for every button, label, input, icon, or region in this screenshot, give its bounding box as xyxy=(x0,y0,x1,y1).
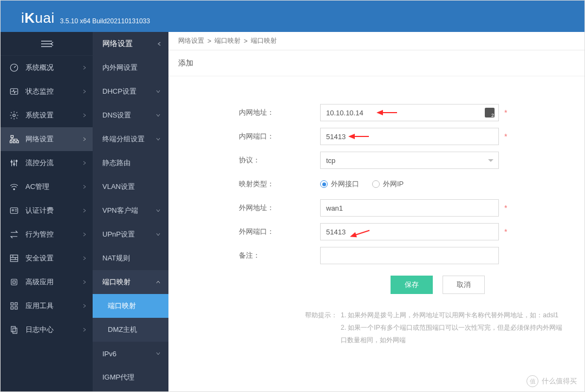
firewall-icon xyxy=(9,253,19,263)
svg-rect-38 xyxy=(11,326,16,332)
required-mark: * xyxy=(504,227,507,236)
ip-picker-icon[interactable] xyxy=(485,108,495,117)
subnav-ipv6[interactable]: IPv6 xyxy=(93,342,168,365)
svg-rect-37 xyxy=(15,307,18,310)
subnav-nat-rules[interactable]: NAT规则 xyxy=(93,246,168,270)
nav-status-monitor[interactable]: 状态监控 xyxy=(1,80,93,103)
nav-network-settings[interactable]: 网络设置 xyxy=(1,127,93,151)
label-ext-addr: 外网地址： xyxy=(239,203,320,213)
svg-rect-23 xyxy=(10,208,18,214)
label-remark: 备注： xyxy=(239,251,320,260)
page-title: 添加 xyxy=(168,50,584,76)
nav-behavior-control[interactable]: 行为管控 xyxy=(1,223,93,246)
gear-icon xyxy=(9,110,19,120)
subnav-port-mapping-group[interactable]: 端口映射 xyxy=(93,270,168,294)
input-intranet-addr[interactable] xyxy=(320,104,499,121)
input-ext-port[interactable] xyxy=(320,223,499,240)
input-ext-addr[interactable] xyxy=(320,199,499,217)
primary-sidebar: 系统概况 状态监控 系统设置 网络设置 流控分流 AC管理 xyxy=(1,32,93,391)
cube-icon xyxy=(9,277,19,287)
input-remark[interactable] xyxy=(320,247,499,264)
svg-rect-32 xyxy=(11,279,17,285)
subnav-dns[interactable]: DNS设置 xyxy=(93,103,168,127)
port-mapping-form: 内网地址： * 内网端口： * xyxy=(168,76,584,351)
watermark-icon: 值 xyxy=(526,375,538,387)
radio-ext-ip[interactable]: 外网IP xyxy=(372,179,404,189)
subnav-port-mapping[interactable]: 端口映射 xyxy=(93,294,168,318)
svg-rect-35 xyxy=(15,303,18,305)
svg-point-24 xyxy=(12,210,14,211)
nav-security-settings[interactable]: 安全设置 xyxy=(1,246,93,270)
svg-rect-33 xyxy=(13,281,16,284)
radio-icon xyxy=(372,180,380,188)
pulse-icon xyxy=(9,87,19,96)
svg-rect-36 xyxy=(11,307,14,310)
label-intranet-addr: 内网地址： xyxy=(239,108,320,117)
nav-app-tools[interactable]: 应用工具 xyxy=(1,294,93,318)
secondary-sidebar: 网络设置 内外网设置 DHCP设置 DNS设置 终端分组设置 静态路由 VLAN… xyxy=(93,32,168,391)
nav-log-center[interactable]: 日志中心 xyxy=(1,318,93,342)
help-text: 帮助提示：1. 如果外网是拨号上网，外网地址可以用网卡名称代替外网地址，如：ad… xyxy=(304,309,563,346)
nav-system-settings[interactable]: 系统设置 xyxy=(1,103,93,127)
label-map-type: 映射类型： xyxy=(239,179,320,189)
subnav-vpn-client[interactable]: VPN客户端 xyxy=(93,199,168,223)
nav-ac-management[interactable]: AC管理 xyxy=(1,175,93,199)
svg-point-22 xyxy=(14,188,15,190)
subnav-upnp[interactable]: UPnP设置 xyxy=(93,223,168,246)
subnav-dmz-host[interactable]: DMZ主机 xyxy=(93,318,168,342)
id-card-icon xyxy=(9,206,19,215)
svg-rect-10 xyxy=(17,141,19,143)
subnav-static-route[interactable]: 静态路由 xyxy=(93,151,168,175)
subnav-wan-lan[interactable]: 内外网设置 xyxy=(93,56,168,80)
breadcrumb: 网络设置 > 端口映射 > 端口映射 xyxy=(168,32,584,50)
select-protocol[interactable]: tcp xyxy=(320,152,499,169)
save-button[interactable]: 保存 xyxy=(391,276,433,294)
sliders-icon xyxy=(9,158,19,168)
input-intranet-port[interactable] xyxy=(320,128,499,145)
swap-icon xyxy=(9,230,19,239)
breadcrumb-item[interactable]: 网络设置 xyxy=(178,36,204,45)
wifi-icon xyxy=(9,182,19,192)
svg-rect-9 xyxy=(14,141,16,143)
subnav-terminal-group[interactable]: 终端分组设置 xyxy=(93,127,168,151)
required-mark: * xyxy=(504,108,507,117)
copy-icon xyxy=(9,325,19,335)
label-ext-port: 外网端口： xyxy=(239,227,320,237)
svg-rect-39 xyxy=(13,328,17,334)
content-area: 网络设置 > 端口映射 > 端口映射 添加 内网地址： * xyxy=(168,32,584,391)
cancel-button[interactable]: 取消 xyxy=(443,276,485,294)
svg-rect-7 xyxy=(11,135,14,138)
watermark: 值 什么值得买 xyxy=(526,375,577,387)
network-icon xyxy=(9,134,19,144)
secondary-sidebar-title: 网络设置 xyxy=(93,32,168,56)
required-mark: * xyxy=(504,204,507,212)
nav-traffic-control[interactable]: 流控分流 xyxy=(1,151,93,175)
grid-icon xyxy=(9,301,19,311)
nav-system-overview[interactable]: 系统概况 xyxy=(1,56,93,80)
subnav-dhcp[interactable]: DHCP设置 xyxy=(93,80,168,103)
svg-rect-34 xyxy=(11,303,14,305)
gauge-icon xyxy=(9,63,19,73)
label-protocol: 协议： xyxy=(239,155,320,165)
radio-ext-interface[interactable]: 外网接口 xyxy=(320,179,359,189)
svg-rect-8 xyxy=(10,141,12,143)
version-text: 3.5.10 x64 Build202110131033 xyxy=(60,17,150,25)
top-bar: iKuai 3.5.10 x64 Build202110131033 xyxy=(1,1,584,32)
subnav-vlan[interactable]: VLAN设置 xyxy=(93,175,168,199)
svg-point-6 xyxy=(13,114,16,117)
radio-icon xyxy=(320,180,328,188)
nav-advanced-apps[interactable]: 高级应用 xyxy=(1,270,93,294)
breadcrumb-item[interactable]: 端口映射 xyxy=(251,36,277,45)
nav-auth-billing[interactable]: 认证计费 xyxy=(1,199,93,223)
svg-rect-27 xyxy=(10,255,18,262)
chevron-left-icon[interactable] xyxy=(157,40,162,48)
sidebar-collapse-toggle[interactable] xyxy=(1,32,93,56)
subnav-igmp-proxy[interactable]: IGMP代理 xyxy=(93,365,168,389)
breadcrumb-item[interactable]: 端口映射 xyxy=(214,36,240,45)
label-intranet-port: 内网端口： xyxy=(239,132,320,141)
brand-logo: iKuai xyxy=(21,10,55,27)
required-mark: * xyxy=(504,132,507,141)
svg-line-4 xyxy=(14,66,16,68)
